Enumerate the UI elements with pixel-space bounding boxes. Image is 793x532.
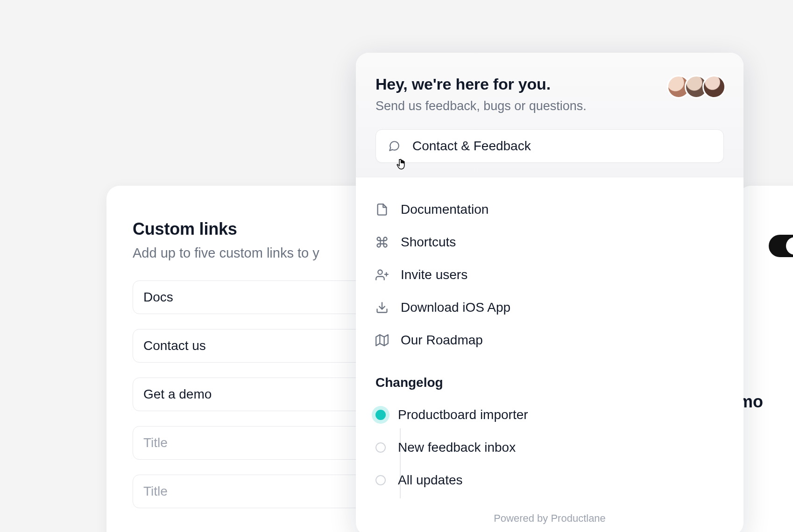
map-icon (375, 334, 389, 347)
changelog-dot-icon (375, 475, 386, 485)
menu-item-label: Shortcuts (401, 235, 456, 250)
changelog-item-label: All updates (398, 473, 463, 488)
file-icon (375, 203, 389, 216)
menu-item-label: Our Roadmap (401, 333, 483, 348)
changelog-dot-icon (375, 442, 386, 453)
menu-item-label: Invite users (401, 267, 467, 282)
menu-item-invite-users[interactable]: Invite users (375, 259, 724, 291)
menu-item-documentation[interactable]: Documentation (375, 193, 724, 226)
help-widget-subtitle: Send us feedback, bugs or questions. (375, 99, 724, 113)
changelog-item-label: New feedback inbox (398, 440, 516, 455)
contact-feedback-label: Contact & Feedback (412, 139, 531, 154)
avatar (702, 75, 726, 98)
canvas: mo Custom links Add up to five custom li… (0, 0, 793, 532)
menu-item-roadmap[interactable]: Our Roadmap (375, 324, 724, 357)
changelog-dot-active-icon (375, 410, 386, 420)
powered-by-label[interactable]: Powered by Productlane (375, 497, 724, 532)
changelog-heading: Changelog (375, 375, 724, 390)
menu-item-label: Documentation (401, 202, 489, 217)
changelog-item[interactable]: Productboard importer (375, 399, 724, 431)
svg-marker-4 (376, 335, 388, 345)
command-icon (375, 236, 389, 249)
contact-feedback-button[interactable]: Contact & Feedback (375, 129, 724, 163)
changelog-item[interactable]: All updates (375, 464, 724, 497)
help-widget: Hey, we're here for you. Send us feedbac… (356, 53, 743, 532)
toggle-switch[interactable] (769, 235, 793, 257)
menu-item-shortcuts[interactable]: Shortcuts (375, 226, 724, 259)
user-plus-icon (375, 268, 389, 281)
team-avatars (673, 75, 726, 98)
menu-item-download-ios[interactable]: Download iOS App (375, 291, 724, 324)
changelog-item[interactable]: New feedback inbox (375, 431, 724, 464)
chat-icon (388, 140, 400, 152)
svg-point-0 (378, 270, 382, 274)
menu-item-label: Download iOS App (401, 300, 510, 315)
changelog-item-label: Productboard importer (398, 407, 528, 422)
help-widget-header: Hey, we're here for you. Send us feedbac… (356, 53, 743, 177)
download-icon (375, 301, 389, 314)
